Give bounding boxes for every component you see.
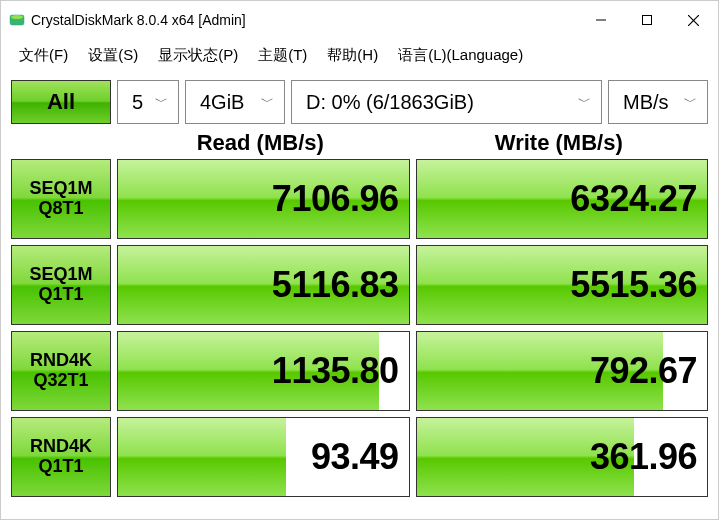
app-window: CrystalDiskMark 8.0.4 x64 [Admin] 文件(F) …: [0, 0, 719, 520]
menu-help[interactable]: 帮助(H): [317, 44, 388, 67]
menu-settings[interactable]: 设置(S): [78, 44, 148, 67]
close-button[interactable]: [670, 1, 716, 39]
test-line1: SEQ1M: [29, 179, 92, 199]
result-row: SEQ1MQ1T15116.835515.36: [11, 245, 708, 325]
write-cell: 792.67: [416, 331, 709, 411]
write-value: 361.96: [590, 436, 697, 478]
all-button[interactable]: All: [11, 80, 111, 124]
test-button[interactable]: SEQ1MQ1T1: [11, 245, 111, 325]
read-fill: [118, 418, 286, 496]
write-cell: 6324.27: [416, 159, 709, 239]
menu-file[interactable]: 文件(F): [9, 44, 78, 67]
drive-select[interactable]: D: 0% (6/1863GiB) ﹀: [291, 80, 602, 124]
all-button-label: All: [47, 89, 75, 115]
read-value: 93.49: [311, 436, 399, 478]
test-line1: RND4K: [30, 351, 92, 371]
results-grid: SEQ1MQ8T17106.966324.27SEQ1MQ1T15116.835…: [1, 159, 718, 507]
write-cell: 5515.36: [416, 245, 709, 325]
test-line2: Q1T1: [38, 457, 83, 477]
test-line2: Q1T1: [38, 285, 83, 305]
size-select[interactable]: 4GiB ﹀: [185, 80, 285, 124]
read-cell: 1135.80: [117, 331, 410, 411]
header-read: Read (MB/s): [111, 130, 410, 156]
result-row: RND4KQ32T11135.80792.67: [11, 331, 708, 411]
chevron-down-icon: ﹀: [261, 93, 274, 111]
drive-value: D: 0% (6/1863GiB): [306, 91, 474, 114]
menu-theme[interactable]: 主题(T): [248, 44, 317, 67]
count-select[interactable]: 5 ﹀: [117, 80, 179, 124]
column-headers: Read (MB/s) Write (MB/s): [1, 126, 718, 159]
toolbar: All 5 ﹀ 4GiB ﹀ D: 0% (6/1863GiB) ﹀ MB/s …: [1, 71, 718, 126]
read-cell: 93.49: [117, 417, 410, 497]
test-line1: RND4K: [30, 437, 92, 457]
window-controls: [578, 1, 716, 39]
chevron-down-icon: ﹀: [578, 93, 591, 111]
svg-line-4: [688, 15, 699, 26]
test-line2: Q8T1: [38, 199, 83, 219]
app-icon: [9, 12, 25, 28]
test-line2: Q32T1: [33, 371, 88, 391]
test-button[interactable]: SEQ1MQ8T1: [11, 159, 111, 239]
write-cell: 361.96: [416, 417, 709, 497]
svg-line-5: [688, 15, 699, 26]
write-value: 5515.36: [570, 264, 697, 306]
svg-point-1: [11, 15, 23, 19]
read-value: 1135.80: [272, 350, 399, 392]
test-button[interactable]: RND4KQ1T1: [11, 417, 111, 497]
read-value: 5116.83: [272, 264, 399, 306]
menu-display[interactable]: 显示状态(P): [148, 44, 248, 67]
result-row: RND4KQ1T193.49361.96: [11, 417, 708, 497]
read-cell: 7106.96: [117, 159, 410, 239]
write-value: 792.67: [590, 350, 697, 392]
unit-value: MB/s: [623, 91, 669, 114]
maximize-button[interactable]: [624, 1, 670, 39]
header-write: Write (MB/s): [410, 130, 709, 156]
unit-select[interactable]: MB/s ﹀: [608, 80, 708, 124]
svg-rect-3: [643, 16, 652, 25]
chevron-down-icon: ﹀: [155, 93, 168, 111]
size-value: 4GiB: [200, 91, 244, 114]
menubar: 文件(F) 设置(S) 显示状态(P) 主题(T) 帮助(H) 语言(L)(La…: [1, 39, 718, 71]
chevron-down-icon: ﹀: [684, 93, 697, 111]
read-value: 7106.96: [272, 178, 399, 220]
count-value: 5: [132, 91, 143, 114]
test-button[interactable]: RND4KQ32T1: [11, 331, 111, 411]
test-line1: SEQ1M: [29, 265, 92, 285]
menu-language[interactable]: 语言(L)(Language): [388, 44, 533, 67]
result-row: SEQ1MQ8T17106.966324.27: [11, 159, 708, 239]
titlebar: CrystalDiskMark 8.0.4 x64 [Admin]: [1, 1, 718, 39]
read-cell: 5116.83: [117, 245, 410, 325]
minimize-button[interactable]: [578, 1, 624, 39]
window-title: CrystalDiskMark 8.0.4 x64 [Admin]: [31, 12, 246, 28]
write-value: 6324.27: [570, 178, 697, 220]
